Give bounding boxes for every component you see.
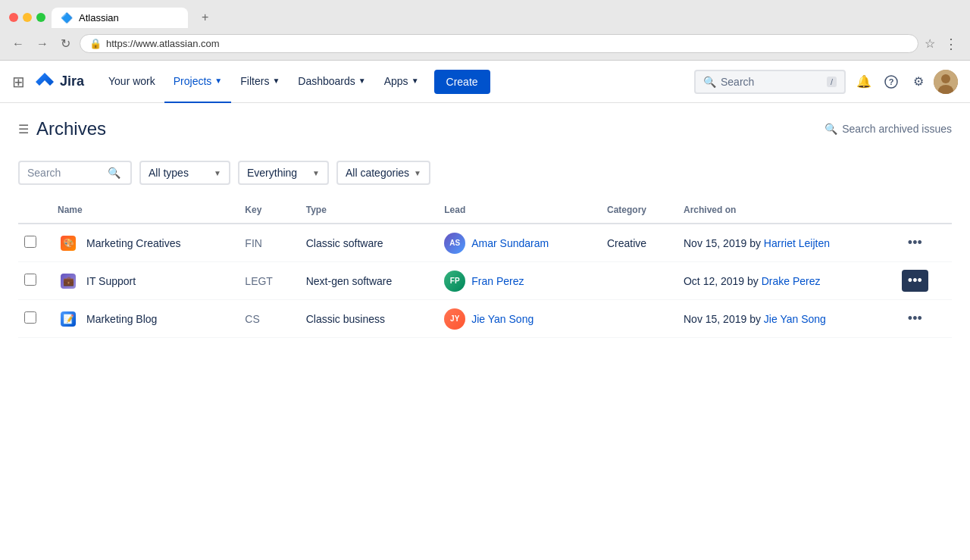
url-text: https://www.atlassian.com bbox=[106, 38, 909, 49]
row-checkbox[interactable] bbox=[24, 236, 36, 248]
bookmark-icon[interactable]: ☆ bbox=[925, 36, 935, 51]
project-category: Creative bbox=[607, 237, 646, 249]
project-search-filter[interactable]: 🔍 bbox=[18, 161, 132, 185]
help-button[interactable]: ? bbox=[879, 70, 903, 94]
categories-filter[interactable]: All categories ▼ bbox=[336, 161, 430, 185]
table-row: 💼 IT Support LEGT Next-gen software FP F… bbox=[18, 262, 952, 300]
archives-header: ☰ Archives 🔍 Search archived issues bbox=[0, 103, 970, 152]
grid-menu-icon[interactable]: ⊞ bbox=[12, 73, 25, 91]
url-bar[interactable]: 🔒 https://www.atlassian.com bbox=[80, 34, 918, 53]
row-checkbox[interactable] bbox=[24, 311, 36, 324]
project-type: Classic business bbox=[306, 313, 385, 325]
nav-dashboards[interactable]: Dashboards ▼ bbox=[289, 61, 374, 103]
search-shortcut: / bbox=[827, 77, 837, 87]
settings-button[interactable]: ⚙ bbox=[906, 70, 931, 94]
row-name-cell: 🎨 Marketing Creatives bbox=[48, 224, 236, 262]
project-icon: 📝 bbox=[58, 308, 79, 330]
sidebar-toggle-icon[interactable]: ☰ bbox=[18, 122, 29, 136]
col-category: Category bbox=[598, 197, 674, 224]
row-key-cell: LEGT bbox=[236, 262, 296, 300]
row-actions-button[interactable]: ••• bbox=[902, 232, 928, 254]
browser-tab[interactable]: 🔷 Atlassian bbox=[52, 8, 188, 28]
archived-by[interactable]: Harriet Leijten bbox=[764, 237, 830, 249]
nav-projects[interactable]: Projects ▼ bbox=[164, 61, 231, 103]
archived-by[interactable]: Jie Yan Song bbox=[764, 313, 826, 325]
archived-date: Oct 12, 2019 by bbox=[684, 275, 762, 287]
lead-name[interactable]: Jie Yan Song bbox=[471, 313, 534, 325]
row-name-cell: 💼 IT Support bbox=[48, 262, 236, 300]
row-lead-cell: AS Amar Sundaram bbox=[435, 224, 598, 262]
maximize-window-button[interactable] bbox=[36, 13, 45, 22]
page-title: Archives bbox=[36, 118, 106, 139]
col-actions bbox=[893, 197, 952, 224]
col-type: Type bbox=[297, 197, 436, 224]
back-button[interactable]: ← bbox=[9, 34, 27, 54]
close-window-button[interactable] bbox=[9, 13, 18, 22]
col-archived-on: Archived on bbox=[674, 197, 893, 224]
project-name: Marketing Blog bbox=[86, 313, 157, 325]
archived-date: Nov 15, 2019 by bbox=[684, 313, 764, 325]
minimize-window-button[interactable] bbox=[23, 13, 32, 22]
search-input[interactable] bbox=[27, 167, 103, 179]
row-actions-cell: ••• bbox=[893, 262, 952, 300]
project-icon: 🎨 bbox=[58, 233, 79, 254]
project-type: Next-gen software bbox=[306, 275, 393, 287]
row-lead-cell: FP Fran Perez bbox=[435, 262, 598, 300]
nav-apps[interactable]: Apps ▼ bbox=[375, 61, 428, 103]
categories-filter-caret-icon: ▼ bbox=[414, 169, 421, 177]
create-button[interactable]: Create bbox=[434, 70, 490, 94]
new-tab-button[interactable]: + bbox=[194, 6, 216, 29]
project-icon: 💼 bbox=[58, 271, 79, 292]
checkbox-header bbox=[18, 197, 48, 224]
nav-icon-group: 🔔 ? ⚙ bbox=[852, 70, 958, 94]
svg-point-3 bbox=[941, 74, 950, 83]
row-archived-cell: Nov 15, 2019 by Harriet Leijten bbox=[674, 224, 893, 262]
row-type-cell: Next-gen software bbox=[297, 262, 436, 300]
row-actions-button[interactable]: ••• bbox=[902, 270, 928, 292]
forward-button[interactable]: → bbox=[33, 34, 52, 54]
jira-logo[interactable]: Jira bbox=[34, 71, 84, 92]
svg-text:?: ? bbox=[889, 77, 894, 86]
lead-name[interactable]: Amar Sundaram bbox=[471, 237, 549, 249]
nav-filters[interactable]: Filters ▼ bbox=[231, 61, 289, 103]
global-search-bar[interactable]: 🔍 Search / bbox=[694, 70, 846, 94]
lead-avatar: FP bbox=[444, 271, 465, 292]
project-type: Classic software bbox=[306, 237, 383, 249]
col-lead: Lead bbox=[435, 197, 598, 224]
table-header-row: Name Key Type Lead Category Archived on bbox=[18, 197, 952, 224]
row-category-cell bbox=[598, 262, 674, 300]
row-type-cell: Classic business bbox=[297, 300, 436, 338]
row-checkbox-cell bbox=[18, 224, 48, 262]
user-avatar[interactable] bbox=[934, 70, 958, 94]
table-row: 📝 Marketing Blog CS Classic business JY … bbox=[18, 300, 952, 338]
svg-text:📝: 📝 bbox=[63, 313, 74, 324]
nav-your-work[interactable]: Your work bbox=[99, 61, 164, 103]
archived-by[interactable]: Drake Perez bbox=[762, 275, 821, 287]
project-key: LEGT bbox=[245, 275, 273, 287]
projects-table-wrap: Name Key Type Lead Category Archived on … bbox=[0, 197, 970, 338]
notifications-button[interactable]: 🔔 bbox=[852, 70, 876, 94]
svg-text:🎨: 🎨 bbox=[63, 237, 74, 249]
row-actions-button[interactable]: ••• bbox=[902, 308, 928, 330]
svg-text:💼: 💼 bbox=[63, 275, 74, 286]
jira-logo-text: Jira bbox=[60, 74, 84, 89]
row-category-cell bbox=[598, 300, 674, 338]
type-filter[interactable]: All types ▼ bbox=[139, 161, 230, 185]
row-checkbox[interactable] bbox=[24, 274, 36, 286]
search-archived-link[interactable]: 🔍 Search archived issues bbox=[824, 123, 952, 135]
everything-filter-caret-icon: ▼ bbox=[312, 169, 320, 177]
lead-avatar: JY bbox=[444, 308, 465, 330]
lead-avatar: AS bbox=[444, 233, 465, 254]
jira-navbar: ⊞ Jira Your work Projects ▼ Filters ▼ Da… bbox=[0, 61, 970, 103]
everything-filter[interactable]: Everything ▼ bbox=[238, 161, 329, 185]
browser-addressbar: ← → ↻ 🔒 https://www.atlassian.com ☆ ⋮ bbox=[0, 29, 970, 60]
lead-name[interactable]: Fran Perez bbox=[471, 275, 524, 287]
table-row: 🎨 Marketing Creatives FIN Classic softwa… bbox=[18, 224, 952, 262]
row-type-cell: Classic software bbox=[297, 224, 436, 262]
tab-title: Atlassian bbox=[79, 12, 119, 23]
browser-menu-icon[interactable]: ⋮ bbox=[941, 36, 961, 52]
type-filter-label: All types bbox=[149, 167, 209, 179]
search-archived-label: Search archived issues bbox=[842, 123, 952, 135]
row-key-cell: FIN bbox=[236, 224, 296, 262]
refresh-button[interactable]: ↻ bbox=[58, 33, 74, 54]
